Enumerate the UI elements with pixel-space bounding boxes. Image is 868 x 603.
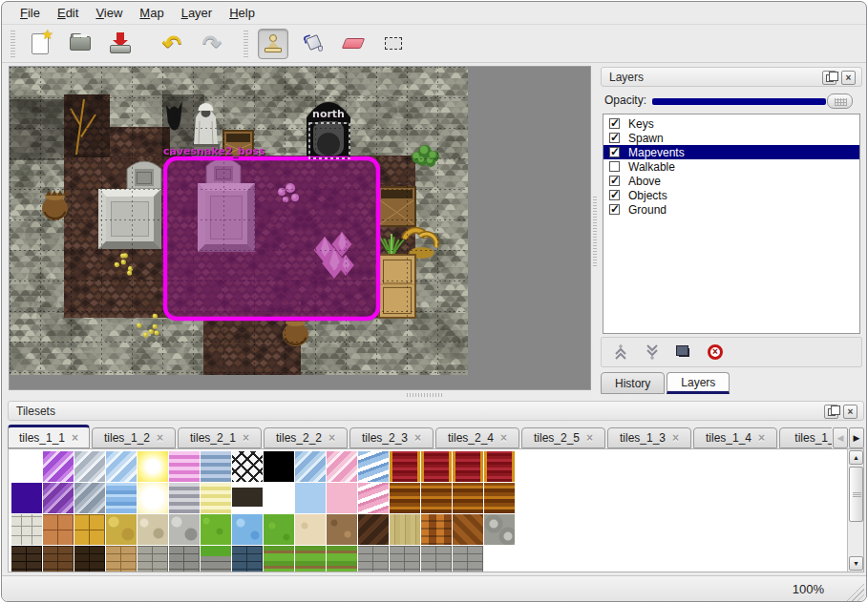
palette-tile-purple-solid[interactable] bbox=[11, 483, 42, 513]
palette-tile-planks-light[interactable] bbox=[390, 514, 420, 545]
palette-tile-brick-blue[interactable] bbox=[232, 546, 263, 572]
toolbar-grip[interactable] bbox=[11, 31, 15, 57]
toolbar-grip-2[interactable] bbox=[243, 31, 248, 57]
palette-tile-blue-solid[interactable] bbox=[295, 483, 326, 513]
menu-edit[interactable]: Edit bbox=[49, 2, 87, 24]
palette-tile-black[interactable] bbox=[264, 451, 294, 482]
select-tool-button[interactable] bbox=[378, 29, 409, 59]
save-file-button[interactable] bbox=[105, 29, 136, 59]
layer-row-ground[interactable]: ✓Ground bbox=[603, 202, 859, 217]
palette-tile-brick-brown[interactable] bbox=[43, 546, 74, 572]
layer-row-objects[interactable]: ✓Objects bbox=[603, 188, 859, 202]
palette-tile-empty[interactable] bbox=[11, 451, 42, 482]
layer-checkbox[interactable] bbox=[609, 161, 620, 172]
palette-tile-grass-path[interactable] bbox=[264, 546, 294, 572]
layer-move-down-button[interactable] bbox=[643, 343, 662, 362]
palette-tile-brick-gray2[interactable] bbox=[358, 546, 389, 572]
palette-tile-crystal-purple[interactable] bbox=[43, 451, 74, 482]
palette-tile-empty[interactable] bbox=[484, 546, 515, 572]
resize-grip[interactable] bbox=[845, 582, 864, 601]
palette-tile-grass-green2[interactable] bbox=[264, 514, 294, 545]
palette-tile-brick-darkbrown[interactable] bbox=[74, 546, 105, 572]
tab-close-icon[interactable]: × bbox=[157, 431, 163, 445]
palette-tile-sign-dark[interactable] bbox=[232, 483, 263, 513]
eraser-tool-button[interactable] bbox=[338, 29, 369, 59]
tab-close-icon[interactable]: × bbox=[328, 431, 335, 445]
palette-tile-crystal-blue[interactable] bbox=[106, 451, 137, 482]
tileset-tab-tiles_1_4[interactable]: tiles_1_4× bbox=[693, 427, 777, 448]
palette-tile-crystal-purple2[interactable] bbox=[43, 483, 74, 513]
scrollbar-thumb[interactable] bbox=[849, 467, 863, 522]
scrollbar-up-button[interactable]: ▲ bbox=[849, 450, 863, 465]
scrollbar-down-button[interactable]: ▼ bbox=[849, 556, 863, 571]
palette-tile-brick-dark[interactable] bbox=[11, 546, 42, 572]
fill-tool-button[interactable] bbox=[298, 29, 328, 59]
palette-tile-carpet-red[interactable] bbox=[484, 451, 515, 482]
palette-tile-wall-gray[interactable] bbox=[138, 546, 168, 572]
palette-tile-carpet-red[interactable] bbox=[421, 451, 452, 482]
layer-delete-button[interactable]: × bbox=[706, 343, 725, 362]
palette-tile-glow-pale[interactable] bbox=[138, 483, 168, 513]
palette-tile-stripes-blue[interactable] bbox=[201, 451, 231, 482]
palette-tile-herringbone[interactable] bbox=[453, 514, 483, 545]
tileset-tab-tiles_1_2[interactable]: tiles_1_2× bbox=[92, 427, 176, 448]
menu-view[interactable]: View bbox=[87, 2, 131, 24]
palette-tile-stripes-brown[interactable] bbox=[390, 483, 420, 513]
palette-tile-stones-gray[interactable] bbox=[169, 514, 200, 545]
menu-file[interactable]: File bbox=[11, 2, 49, 24]
palette-tile-water-blue[interactable] bbox=[106, 483, 137, 513]
redo-button[interactable]: ↷ bbox=[197, 29, 227, 59]
palette-tile-empty[interactable] bbox=[264, 483, 294, 513]
tab-close-icon[interactable]: × bbox=[672, 431, 679, 445]
menu-layer[interactable]: Layer bbox=[173, 2, 222, 24]
layer-move-up-button[interactable] bbox=[611, 343, 630, 362]
opacity-slider[interactable] bbox=[652, 98, 826, 105]
layer-checkbox[interactable]: ✓ bbox=[609, 176, 620, 186]
opacity-slider-handle[interactable] bbox=[827, 94, 853, 109]
palette-tile-brick-tan[interactable] bbox=[106, 546, 137, 572]
scroll-left-button[interactable]: ◀ bbox=[833, 427, 848, 448]
palette-tile-carpet-red[interactable] bbox=[390, 451, 420, 482]
tilesets-float-button[interactable] bbox=[824, 405, 838, 419]
palette-tile-stripes-brown[interactable] bbox=[421, 483, 452, 513]
scroll-right-button[interactable]: ▶ bbox=[849, 427, 864, 448]
layers-close-button[interactable]: × bbox=[841, 71, 856, 85]
tab-close-icon[interactable]: × bbox=[758, 431, 765, 445]
palette-tile-crystal-gray2[interactable] bbox=[74, 483, 105, 513]
palette-tile-wood-dark[interactable] bbox=[358, 514, 389, 545]
palette-tile-stripes-brown[interactable] bbox=[484, 483, 515, 513]
layer-row-walkable[interactable]: Walkable bbox=[603, 159, 859, 174]
tilesets-close-button[interactable]: × bbox=[843, 405, 857, 419]
palette-tile-grass-green[interactable] bbox=[201, 514, 231, 545]
palette-tile-pebbles-beige[interactable] bbox=[138, 514, 168, 545]
tab-close-icon[interactable]: × bbox=[586, 431, 593, 445]
palette-tile-brick-gray2[interactable] bbox=[390, 546, 420, 572]
palette-tile-tiles-orange[interactable] bbox=[43, 514, 74, 545]
layer-duplicate-button[interactable] bbox=[674, 343, 693, 362]
tab-close-icon[interactable]: × bbox=[72, 431, 78, 445]
menu-help[interactable]: Help bbox=[221, 2, 264, 24]
tileset-tab-tiles_2_3[interactable]: tiles_2_3× bbox=[349, 427, 434, 448]
layer-checkbox[interactable]: ✓ bbox=[609, 190, 620, 200]
layer-row-above[interactable]: ✓Above bbox=[603, 174, 859, 188]
tileset-tab-tiles_2_1[interactable]: tiles_2_1× bbox=[178, 427, 262, 448]
vertical-splitter[interactable] bbox=[591, 66, 599, 390]
palette-tile-stripes-yellow[interactable] bbox=[201, 483, 231, 513]
palette-tile-ribbon-pink[interactable] bbox=[358, 483, 389, 513]
palette-tile-grass-wall[interactable] bbox=[201, 546, 231, 572]
tileset-tab-tiles_1_3[interactable]: tiles_1_3× bbox=[607, 427, 691, 448]
tileset-tab-tiles_2_2[interactable]: tiles_2_2× bbox=[264, 427, 348, 448]
tab-close-icon[interactable]: × bbox=[243, 431, 249, 445]
layer-row-keys[interactable]: ✓Keys bbox=[603, 116, 859, 131]
stamp-tool-button[interactable] bbox=[258, 29, 288, 59]
palette-tile-carpet-red[interactable] bbox=[453, 451, 483, 482]
new-file-button[interactable]: ★ bbox=[25, 29, 55, 59]
tileset-tab-tiles_1_1[interactable]: tiles_1_1× bbox=[8, 425, 90, 448]
tab-close-icon[interactable]: × bbox=[414, 431, 421, 445]
tileset-tab-tiles_1_[interactable]: tiles_1_× bbox=[779, 427, 832, 448]
menu-map[interactable]: Map bbox=[131, 2, 172, 24]
palette-tile-stripes-brown[interactable] bbox=[453, 483, 483, 513]
palette-tile-pink-solid[interactable] bbox=[327, 483, 357, 513]
palette-tile-sand-beige[interactable] bbox=[295, 514, 326, 545]
layer-checkbox[interactable]: ✓ bbox=[609, 204, 620, 215]
